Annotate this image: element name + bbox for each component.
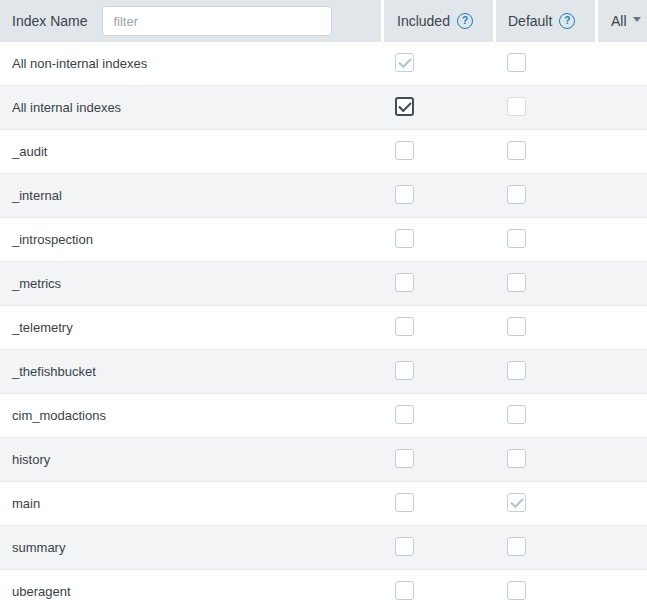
default-checkbox[interactable]	[507, 185, 526, 204]
included-checkbox[interactable]	[395, 273, 414, 292]
default-checkbox[interactable]	[507, 141, 526, 160]
included-checkbox[interactable]	[395, 581, 414, 600]
table-row: main	[0, 482, 647, 526]
index-name-label: _telemetry	[0, 320, 384, 335]
default-cell	[493, 537, 595, 559]
included-cell	[384, 537, 493, 559]
default-cell	[493, 53, 595, 75]
default-checkbox[interactable]	[507, 537, 526, 556]
index-name-column-header: Index Name	[12, 13, 87, 29]
default-checkbox[interactable]	[507, 273, 526, 292]
default-cell	[493, 581, 595, 603]
included-cell	[384, 229, 493, 251]
default-column-header: Default	[508, 13, 552, 29]
default-checkbox[interactable]	[507, 405, 526, 424]
index-name-label: uberagent	[0, 584, 384, 599]
table-row: _metrics	[0, 262, 647, 306]
default-cell	[493, 405, 595, 427]
index-name-label: All non-internal indexes	[0, 56, 384, 71]
index-name-label: _introspection	[0, 232, 384, 247]
included-cell	[384, 141, 493, 163]
filter-input[interactable]	[102, 6, 332, 36]
index-name-header-cell: Index Name	[0, 0, 381, 42]
included-cell	[384, 317, 493, 339]
included-cell	[384, 53, 493, 75]
included-checkbox[interactable]	[395, 449, 414, 468]
included-header-cell: Included ?	[384, 0, 493, 42]
included-checkbox[interactable]	[395, 141, 414, 160]
default-cell	[493, 229, 595, 251]
included-checkbox[interactable]	[395, 317, 414, 336]
included-checkbox[interactable]	[395, 361, 414, 380]
default-checkbox	[507, 493, 526, 512]
table-row: All internal indexes	[0, 86, 647, 130]
default-help-icon[interactable]: ?	[559, 13, 575, 29]
index-name-label: All internal indexes	[0, 100, 384, 115]
default-header-cell: Default ?	[496, 0, 595, 42]
default-checkbox[interactable]	[507, 581, 526, 600]
table-body: All non-internal indexes All internal in…	[0, 42, 647, 612]
index-name-label: history	[0, 452, 384, 467]
default-checkbox[interactable]	[507, 229, 526, 248]
included-cell	[384, 273, 493, 295]
default-checkbox[interactable]	[507, 317, 526, 336]
included-cell	[384, 97, 493, 119]
default-cell	[493, 493, 595, 515]
included-checkbox	[395, 53, 414, 72]
default-cell	[493, 273, 595, 295]
included-cell	[384, 361, 493, 383]
all-dropdown[interactable]: All	[598, 0, 647, 42]
included-cell	[384, 581, 493, 603]
index-name-label: _thefishbucket	[0, 364, 384, 379]
index-name-label: main	[0, 496, 384, 511]
table-row: cim_modactions	[0, 394, 647, 438]
default-cell	[493, 317, 595, 339]
default-checkbox[interactable]	[507, 361, 526, 380]
default-checkbox[interactable]	[507, 53, 526, 72]
included-help-icon[interactable]: ?	[457, 13, 473, 29]
index-name-label: _metrics	[0, 276, 384, 291]
included-checkbox[interactable]	[395, 97, 414, 116]
default-cell	[493, 97, 595, 119]
included-checkbox[interactable]	[395, 537, 414, 556]
all-dropdown-label: All	[611, 13, 627, 29]
included-cell	[384, 449, 493, 471]
included-cell	[384, 185, 493, 207]
chevron-down-icon	[633, 17, 641, 22]
index-selection-table: Index Name Included ? Default ? All All …	[0, 0, 647, 612]
included-checkbox[interactable]	[395, 493, 414, 512]
table-row: _thefishbucket	[0, 350, 647, 394]
index-name-label: summary	[0, 540, 384, 555]
included-checkbox[interactable]	[395, 405, 414, 424]
index-name-label: cim_modactions	[0, 408, 384, 423]
default-cell	[493, 185, 595, 207]
table-row: summary	[0, 526, 647, 570]
table-row: history	[0, 438, 647, 482]
default-cell	[493, 141, 595, 163]
table-row: _internal	[0, 174, 647, 218]
included-cell	[384, 493, 493, 515]
table-header: Index Name Included ? Default ? All	[0, 0, 647, 42]
default-checkbox[interactable]	[507, 449, 526, 468]
table-row: _audit	[0, 130, 647, 174]
table-row: All non-internal indexes	[0, 42, 647, 86]
included-checkbox[interactable]	[395, 229, 414, 248]
default-cell	[493, 449, 595, 471]
index-name-label: _internal	[0, 188, 384, 203]
table-row: _telemetry	[0, 306, 647, 350]
included-column-header: Included	[397, 13, 450, 29]
index-name-label: _audit	[0, 144, 384, 159]
included-checkbox[interactable]	[395, 185, 414, 204]
default-cell	[493, 361, 595, 383]
table-row: _introspection	[0, 218, 647, 262]
default-checkbox	[507, 97, 526, 116]
table-row: uberagent	[0, 570, 647, 612]
included-cell	[384, 405, 493, 427]
